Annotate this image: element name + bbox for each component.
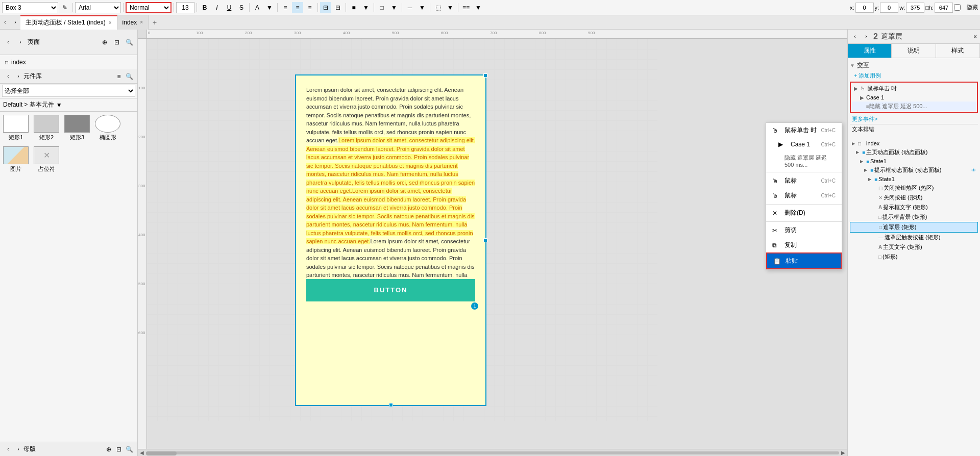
comp-item-image[interactable]: 图片 [3,146,29,173]
w-input[interactable] [906,3,924,13]
comp-filter-arrow[interactable]: ▼ [54,100,64,110]
x-input[interactable] [855,3,874,13]
handle-bot-mid[interactable] [389,403,393,407]
font-size-input[interactable] [176,2,194,13]
ctx-mouse-1[interactable]: 🖱 鼠标 Ctrl+C [766,173,842,188]
ctx-delete[interactable]: ✕ 删除(D) [766,206,842,220]
components-filter-select[interactable]: 选择全部 [2,85,135,97]
pages-folder-btn[interactable]: ⊡ [112,37,122,47]
layer-rect[interactable]: □ (矩形) [850,252,978,262]
ctx-mouse-click[interactable]: 🖱 鼠标单击 时 Ctrl+C [766,123,842,138]
line-style-arrow-btn[interactable]: ▼ [416,2,428,13]
more-style-arrow-btn[interactable]: ▼ [473,2,484,13]
case-1-row[interactable]: ▶ Case 1 [852,93,976,102]
tab-forward-btn[interactable]: › [10,15,20,30]
layer-overlay[interactable]: □ 遮罩层 (矩形) [850,222,978,233]
comp-item-rect2[interactable]: 矩形2 [34,115,59,141]
layer-close-hotspot[interactable]: ◻ 关闭按钮热区 (热区) [850,183,978,193]
tab-main-close[interactable]: × [109,20,112,26]
ctx-paste[interactable]: 📋 粘贴 [766,252,842,269]
underline-btn[interactable]: U [224,2,235,13]
scroll-right-btn[interactable]: ▶ [841,450,845,455]
layer-close-btn[interactable]: ✕ 关闭按钮 (形状) [850,193,978,202]
ctx-action1[interactable]: 隐藏 遮罩层 延迟 500 ms... [766,151,842,171]
layer-index[interactable]: ▶ □ index [850,139,978,147]
box-select[interactable]: Box 3 [2,2,58,13]
add-case-btn[interactable]: + 添加用例 [854,72,881,79]
align-center-btn[interactable]: ≡ [292,2,303,13]
tab-properties[interactable]: 属性 [848,44,892,58]
pages-search-btn[interactable]: 🔍 [124,37,134,47]
ctx-cut[interactable]: ✂ 剪切 [766,223,842,238]
tab-style[interactable]: 样式 [936,44,980,58]
artboard-button[interactable]: BUTTON [306,279,475,301]
tab-notes[interactable]: 说明 [892,44,936,58]
line-style-btn[interactable]: ─ [404,2,415,13]
tab-main[interactable]: 主页动态面板 / State1 (index) × [20,15,117,30]
masters-add-btn[interactable]: ⊕ [104,444,114,454]
layer-main-panel[interactable]: ▶ ■ 主页动态面板 (动态面板) [850,147,978,157]
comp-back-btn[interactable]: ‹ [3,69,13,84]
canvas-hscroll[interactable]: ◀ ▶ [138,449,847,456]
shadow-arrow-btn[interactable]: ▼ [445,2,456,13]
comp-item-circle[interactable]: 椭圆形 [95,115,120,141]
tab-index[interactable]: index × [117,15,149,30]
pages-add-btn[interactable]: ⊕ [100,37,110,47]
y-input[interactable] [880,3,898,13]
font-select[interactable]: Arial [75,2,121,13]
fill-color-btn[interactable]: ■ [348,2,359,13]
layer-tooltip-panel[interactable]: ▶ ■ 提示框动态面板 (动态面板) 👁 [850,165,978,175]
border-arrow-btn[interactable]: ▼ [388,2,400,13]
masters-folder-btn[interactable]: ⊡ [114,444,124,454]
strikethrough-btn[interactable]: S [236,2,247,13]
hidden-checkbox[interactable] [954,4,961,11]
panel-close-btn[interactable]: × [973,33,977,40]
layer-overlay-trigger[interactable]: — 遮罩层触发按钮 (矩形) [850,233,978,242]
hscroll-track[interactable] [146,451,839,454]
tab-back-btn[interactable]: ‹ [0,15,10,30]
comp-forward-btn[interactable]: › [13,69,23,84]
ctx-copy[interactable]: ⧉ 复制 [766,238,842,252]
highlight-btn[interactable]: ▼ [264,2,275,13]
masters-back-btn[interactable]: ‹ [3,442,13,457]
hscroll-thumb[interactable] [146,451,177,455]
right-forward-btn[interactable]: › [862,33,870,41]
pages-back-btn[interactable]: ‹ [3,35,13,49]
rename-btn[interactable]: ✎ [59,2,70,13]
tab-add-btn[interactable]: + [149,18,161,27]
pages-forward-btn[interactable]: › [15,35,26,49]
justify-btn[interactable]: ⊟ [320,2,331,13]
ctx-case1[interactable]: ▶ Case 1 Ctrl+C [766,138,842,151]
handle-mid-right[interactable] [483,238,487,242]
more-style-btn[interactable]: ≡≡ [460,2,472,13]
layer-tooltip-state1[interactable]: ▶ ■ State1 [850,175,978,183]
layer-tooltip-text[interactable]: A 提示框文字 (矩形) [850,202,978,212]
shadow-btn[interactable]: ⬚ [432,2,444,13]
page-item-index[interactable]: □ index [0,55,137,69]
italic-btn[interactable]: I [211,2,223,13]
tab-index-close[interactable]: × [140,19,143,25]
ctx-mouse-2[interactable]: 🖱 鼠标 Ctrl+C [766,188,842,203]
canvas-scroll-area[interactable]: Lorem ipsum dolor sit amet, consectetur … [147,39,847,449]
right-back-btn[interactable]: ‹ [851,33,859,41]
h-input[interactable] [935,3,953,13]
artboard[interactable]: Lorem ipsum dolor sit amet, consectetur … [295,74,486,406]
layer-tooltip-bg[interactable]: □ 提示框背景 (矩形) [850,212,978,222]
handle-top-right[interactable] [483,73,487,78]
more-events-btn[interactable]: 更多事件> [850,114,978,124]
align-left-btn[interactable]: ≡ [280,2,291,13]
masters-search-btn[interactable]: 🔍 [124,444,134,454]
scroll-left-btn[interactable]: ◀ [140,450,144,455]
mouse-click-event[interactable]: ▶ 🖱 鼠标单击 时 [852,84,976,93]
comp-menu-btn[interactable]: ≡ [114,71,124,82]
bold-btn[interactable]: B [199,2,210,13]
border-color-btn[interactable]: □ [376,2,387,13]
fill-arrow-btn[interactable]: ▼ [360,2,372,13]
masters-forward-btn[interactable]: › [13,442,23,457]
style-select[interactable]: Normal [126,2,172,13]
comp-item-rect3[interactable]: 矩形3 [64,115,90,141]
list-btn[interactable]: ⊟ [332,2,344,13]
layer-state1[interactable]: ▶ ■ State1 [850,157,978,165]
align-right-btn[interactable]: ≡ [304,2,315,13]
font-color-btn[interactable]: A [252,2,263,13]
